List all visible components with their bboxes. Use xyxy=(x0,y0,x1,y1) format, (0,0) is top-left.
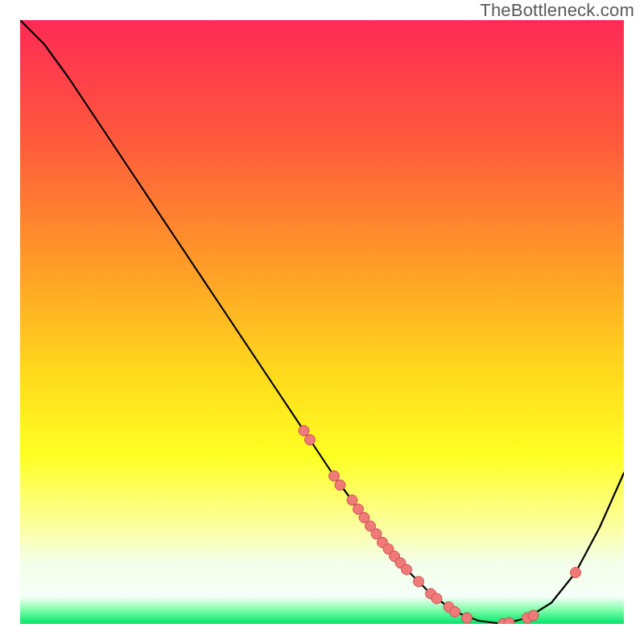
chart-curve xyxy=(20,20,624,624)
scatter-point xyxy=(462,613,473,623)
scatter-point xyxy=(431,593,442,604)
chart-plot-area xyxy=(20,20,624,624)
scatter-point xyxy=(402,564,412,575)
scatter-point xyxy=(347,495,357,506)
chart-overlay xyxy=(20,20,624,624)
scatter-point xyxy=(335,480,345,490)
scatter-point xyxy=(528,610,539,621)
scatter-point xyxy=(571,568,581,578)
scatter-point xyxy=(450,607,460,617)
scatter-point xyxy=(305,435,316,445)
chart-scatter xyxy=(299,426,581,625)
attribution-text: TheBottleneck.com xyxy=(480,0,634,21)
scatter-point xyxy=(504,617,514,624)
scatter-point xyxy=(299,426,309,436)
scatter-point xyxy=(414,576,424,587)
scatter-point xyxy=(329,471,340,481)
